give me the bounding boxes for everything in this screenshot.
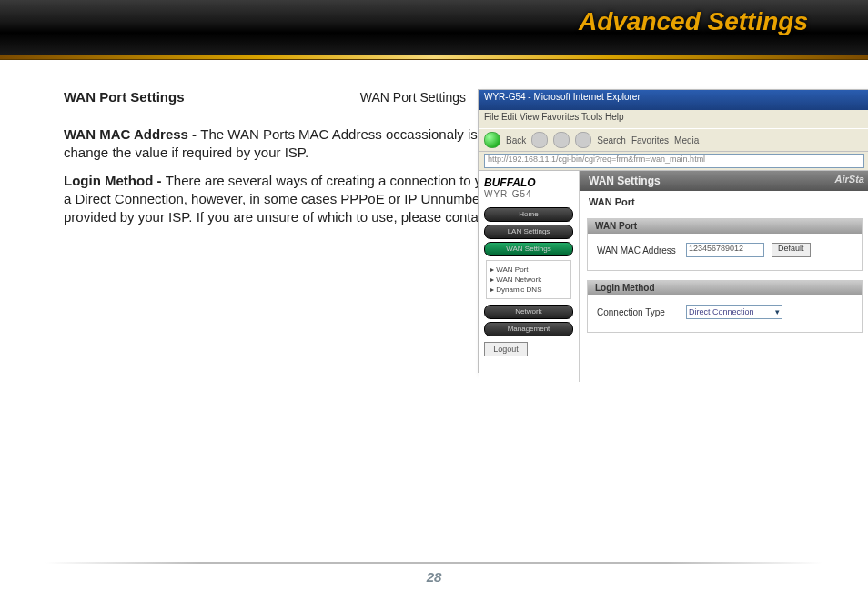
window-menubar: File Edit View Favorites Tools Help xyxy=(479,110,868,128)
tab-wan-settings: WAN Settings xyxy=(589,175,661,187)
mac-input: 123456789012 xyxy=(686,243,764,257)
nav-wan: WAN Settings xyxy=(484,242,573,256)
stop-icon xyxy=(531,132,548,148)
browser-addressbar: http://192.168.11.1/cgi-bin/cgi?req=frm&… xyxy=(479,152,868,171)
model-text: WYR-G54 xyxy=(479,189,579,205)
sub-ddns: Dynamic DNS xyxy=(490,285,567,295)
panel2-title: Login Method xyxy=(588,281,862,295)
tab-bar: WAN Settings AirSta xyxy=(580,171,868,191)
header-band: Advanced Settings xyxy=(0,0,868,56)
address-field: http://192.168.11.1/cgi-bin/cgi?req=frm&… xyxy=(484,154,864,168)
panel-wan-port: WAN Port WAN MAC Address 123456789012 De… xyxy=(587,218,863,271)
page-number: 28 xyxy=(0,569,868,585)
nav-management: Management xyxy=(484,322,573,336)
conn-type-select: Direct Connection xyxy=(686,305,782,319)
router-sidebar: BUFFALO WYR-G54 Home LAN Settings WAN Se… xyxy=(479,171,580,382)
panel1-title: WAN Port xyxy=(588,219,862,234)
panel-login-method: Login Method Connection Type Direct Conn… xyxy=(587,280,863,333)
nav-sublist: WAN Port WAN Network Dynamic DNS xyxy=(486,260,571,299)
media-label: Media xyxy=(674,135,699,145)
embedded-screenshot: WYR-G54 - Microsoft Internet Explorer Fi… xyxy=(478,89,868,373)
footer-rule xyxy=(45,562,823,564)
screenshot-caption: WAN Port Settings xyxy=(329,89,466,105)
para2-label: Login Method - xyxy=(64,173,166,188)
logo-text: BUFFALO xyxy=(479,171,579,189)
favorites-label: Favorites xyxy=(631,135,669,145)
para1-label: WAN MAC Address - xyxy=(64,126,200,142)
search-label: Search xyxy=(597,135,626,145)
conn-type-value: Direct Connection xyxy=(689,307,754,316)
router-ui: BUFFALO WYR-G54 Home LAN Settings WAN Se… xyxy=(479,171,868,382)
subtab-wan-port: WAN Port xyxy=(589,196,635,207)
default-button: Default xyxy=(772,243,811,257)
mac-label: WAN MAC Address xyxy=(597,245,679,255)
page-title: Advanced Settings xyxy=(579,7,808,36)
conn-type-label: Connection Type xyxy=(597,307,679,317)
router-main: WAN Settings AirSta WAN Port WAN Port WA… xyxy=(580,171,868,382)
window-titlebar: WYR-G54 - Microsoft Internet Explorer xyxy=(479,90,868,110)
page-footer: 28 xyxy=(0,562,868,585)
nav-lan: LAN Settings xyxy=(484,225,573,239)
sub-wan-network: WAN Network xyxy=(490,275,567,285)
browser-toolbar: Back Search Favorites Media xyxy=(479,128,868,152)
subtab-row: WAN Port xyxy=(580,191,868,213)
nav-network: Network xyxy=(484,305,573,319)
content-area: WAN Port Settings WAN MAC Address - The … xyxy=(64,89,826,546)
brand-airstation: AirSta xyxy=(835,174,864,185)
back-label: Back xyxy=(506,135,526,145)
home-icon xyxy=(575,132,591,148)
logout-button: Logout xyxy=(484,342,528,356)
back-icon xyxy=(484,132,500,148)
nav-home: Home xyxy=(484,207,573,222)
sub-wan-port: WAN Port xyxy=(490,265,567,275)
refresh-icon xyxy=(553,132,570,148)
